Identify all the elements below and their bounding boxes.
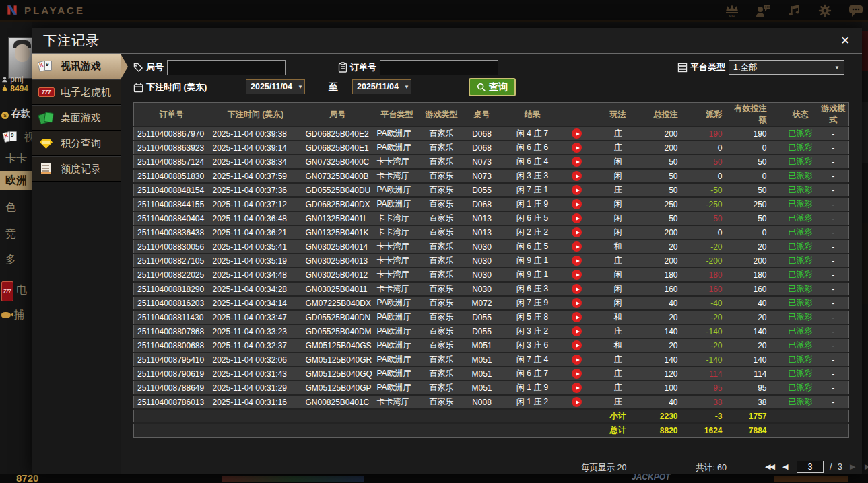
replay-play-icon[interactable] (572, 199, 582, 209)
bg-nav-duo[interactable]: 多 (0, 250, 32, 269)
next-page-button[interactable]: ▶ (850, 462, 854, 471)
last-page-button[interactable]: ▶▶ (865, 462, 868, 471)
playace-logo[interactable]: PLAYACE (5, 3, 85, 17)
query-button[interactable]: 查询 (469, 78, 516, 96)
cell-result: 闲 2 庄 2 (502, 225, 564, 239)
total-pages-label: 3 (838, 462, 842, 472)
modal-menu: K9 视讯游戏 777 电子老虎机 桌面游戏 积分查询 额度记录 (32, 54, 121, 474)
cell-order-id: 251104008811430 (134, 310, 209, 324)
cell-bet-time: 2025-11-04 00:31:43 (209, 367, 302, 381)
replay-play-icon[interactable] (572, 284, 582, 294)
cell-result: 闲 6 庄 5 (502, 239, 564, 254)
video-games-cards-icon: K9 (38, 59, 55, 75)
replay-play-icon[interactable] (572, 213, 582, 223)
replay-play-icon[interactable] (572, 397, 582, 407)
replay-play-icon[interactable] (572, 369, 582, 379)
replay-play-icon[interactable] (572, 143, 582, 153)
replay-play-icon[interactable] (572, 355, 582, 365)
replay-play-icon[interactable] (572, 171, 582, 181)
bg-nav-slots[interactable]: 777 电 (0, 281, 32, 299)
menu-item-table-games[interactable]: 桌面游戏 (32, 105, 121, 131)
col-bet-time: 下注时间 (美东) (209, 103, 302, 127)
music-icon[interactable] (786, 2, 802, 20)
cell-replay (564, 197, 591, 211)
cell-table-no: D068 (463, 141, 502, 155)
subtotal-row: 小计 2230 -3 1757 (134, 409, 849, 423)
support-chat-icon[interactable] (755, 2, 771, 20)
col-replay (564, 103, 591, 127)
round-number-input[interactable] (167, 60, 286, 75)
cell-status: 已派彩 (783, 155, 818, 169)
cell-payout: -140 (693, 324, 732, 338)
cell-result: 闲 5 庄 8 (502, 310, 564, 324)
vip-icon[interactable]: VIP (724, 2, 740, 20)
col-platform: 平台类型 (374, 103, 421, 127)
cell-table-no: N008 (463, 395, 502, 409)
cell-game-type: 百家乐 (421, 254, 463, 268)
replay-play-icon[interactable] (572, 326, 582, 336)
chat-bubble-icon[interactable] (848, 2, 864, 20)
cell-status: 已派彩 (783, 268, 818, 282)
bg-nav-jing[interactable]: 竞 (0, 225, 32, 244)
total-payout: 1624 (693, 423, 732, 437)
replay-play-icon[interactable] (572, 185, 582, 195)
cell-game-mode: - (818, 169, 849, 183)
date-from-select[interactable]: 2025/11/04▼ (246, 79, 305, 94)
cell-replay (564, 211, 591, 225)
replay-play-icon[interactable] (572, 298, 582, 308)
replay-play-icon[interactable] (572, 256, 582, 266)
cell-total-bet: 250 (646, 197, 693, 211)
menu-item-video-games[interactable]: K9 视讯游戏 (32, 54, 121, 79)
table-row: 251104008790619 2025-11-04 00:31:43 GM05… (134, 367, 849, 381)
tag-icon (133, 63, 143, 73)
platform-type-select[interactable]: 1.全部▼ (729, 60, 844, 75)
replay-play-icon[interactable] (572, 241, 582, 252)
to-label: 至 (329, 81, 338, 94)
table-row: 251104008822025 2025-11-04 00:34:48 GN03… (134, 268, 849, 282)
bg-nav-video[interactable]: 视 (24, 128, 32, 147)
order-number-input[interactable] (380, 60, 498, 75)
avatar[interactable] (8, 37, 32, 79)
cell-play-type: 庄 (591, 381, 646, 395)
cell-table-no: N030 (463, 268, 502, 282)
bg-nav-europe[interactable]: 欧洲 (0, 171, 32, 190)
menu-item-quota-records[interactable]: 额度记录 (32, 156, 121, 182)
cell-game-type: 百家乐 (421, 282, 463, 296)
cell-replay (564, 141, 591, 155)
cell-payout: 180 (693, 268, 732, 282)
cell-game-mode: - (818, 183, 849, 197)
cell-result: 闲 6 庄 6 (502, 141, 564, 155)
cell-bet-time: 2025-11-04 00:34:28 (209, 282, 302, 296)
replay-play-icon[interactable] (572, 157, 582, 167)
first-page-button[interactable]: ◀◀ (765, 462, 774, 471)
cell-result: 闲 3 庄 2 (502, 324, 564, 338)
replay-play-icon[interactable] (572, 312, 582, 322)
prev-page-button[interactable]: ◀ (782, 462, 787, 471)
deposit-button[interactable]: $ 存款 (1, 108, 30, 120)
cell-play-type: 和 (591, 239, 646, 254)
bg-nav-se[interactable]: 色 (0, 198, 32, 217)
cell-platform: PA欧洲厅 (374, 338, 421, 352)
replay-play-icon[interactable] (572, 340, 582, 350)
menu-item-points-query[interactable]: 积分查询 (32, 131, 121, 156)
cell-replay (564, 310, 591, 324)
cell-result: 闲 1 庄 2 (502, 395, 564, 409)
bg-nav-fishing[interactable]: 捕 (0, 305, 32, 324)
cell-status: 已派彩 (783, 197, 818, 211)
cell-bet-time: 2025-11-04 00:39:14 (209, 141, 302, 155)
date-to-select[interactable]: 2025/11/04▼ (352, 79, 411, 94)
col-payout: 派彩 (693, 103, 732, 127)
menu-item-slots[interactable]: 777 电子老虎机 (32, 79, 121, 105)
page-number-input[interactable] (797, 461, 824, 473)
replay-play-icon[interactable] (572, 270, 582, 280)
cell-bet-time: 2025-11-04 00:36:48 (209, 211, 302, 225)
replay-play-icon[interactable] (572, 128, 582, 139)
cell-game-mode: - (818, 239, 849, 254)
cell-total-bet: 50 (646, 183, 693, 197)
settings-gear-icon[interactable] (817, 2, 833, 20)
replay-play-icon[interactable] (572, 227, 582, 237)
bg-nav-kaka[interactable]: 卡卡 (0, 149, 32, 168)
close-icon[interactable]: ✕ (838, 34, 853, 48)
replay-play-icon[interactable] (572, 383, 582, 393)
cell-result: 闲 3 庄 3 (502, 169, 564, 183)
